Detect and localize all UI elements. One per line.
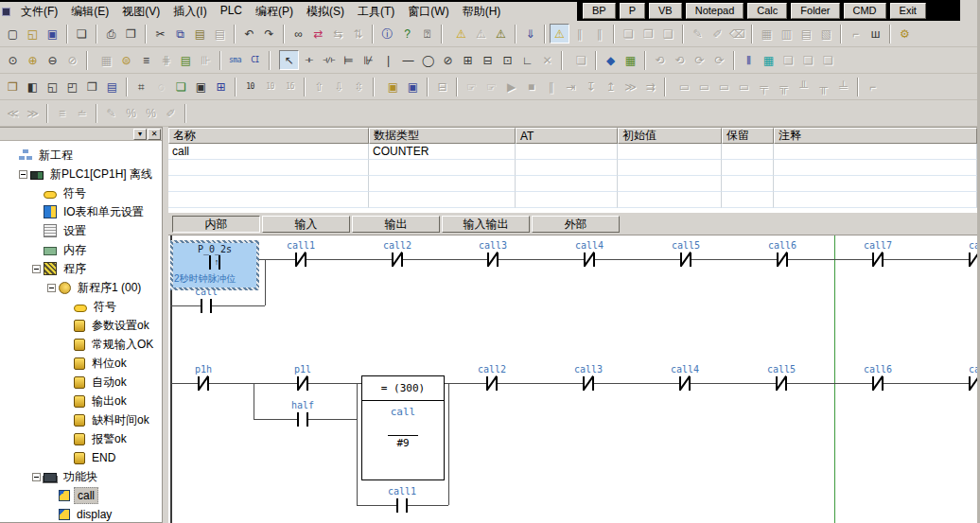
contact-call6[interactable]: call6 xyxy=(849,364,906,391)
tree-item-call[interactable]: call xyxy=(0,486,162,505)
launcher-button-p[interactable]: P xyxy=(620,3,645,19)
menu-编程(P)[interactable]: 编程(P) xyxy=(249,4,300,20)
transfer-to-plc-icon[interactable]: ⇓ xyxy=(520,24,540,44)
menu-模拟(S)[interactable]: 模拟(S) xyxy=(300,4,351,20)
show-mnemonic-icon[interactable]: ⫴ xyxy=(739,50,759,70)
launcher-button-bp[interactable]: BP xyxy=(583,3,616,19)
menu-窗口(W)[interactable]: 窗口(W) xyxy=(401,4,455,20)
new-horizontal-icon[interactable]: — xyxy=(398,50,418,70)
contact-half[interactable]: half xyxy=(274,400,331,427)
about-icon[interactable]: ⓘ xyxy=(377,24,397,44)
tree-item-END[interactable]: END xyxy=(0,448,162,467)
properties-icon[interactable]: ▤ xyxy=(102,77,122,96)
collapse-icon[interactable] xyxy=(19,170,27,179)
new-contact-icon[interactable]: ⊣⊢ xyxy=(299,50,319,70)
rung-comment-icon[interactable]: ⊜ xyxy=(116,50,136,70)
contact-call3[interactable]: call3 xyxy=(560,364,617,391)
output-window-icon[interactable]: ▣ xyxy=(191,77,211,96)
ladder-diagram[interactable]: P_0_2s ↑ 2秒时钟脉冲位 = (300) call #9 xyxy=(168,235,977,523)
contact-p1h[interactable]: p1h xyxy=(175,364,232,391)
contact-p1l[interactable]: p1l xyxy=(274,364,331,391)
launcher-button-notepad[interactable]: Notepad xyxy=(686,3,744,19)
zoom-tool-icon[interactable]: ⊙ xyxy=(3,50,23,70)
work-online-simulator-icon[interactable]: ⚠ xyxy=(550,24,569,44)
menu-PLC[interactable]: PLC xyxy=(214,4,249,20)
menu-文件(F)[interactable]: 文件(F) xyxy=(14,4,64,20)
symbol-cell-empty[interactable] xyxy=(369,192,516,208)
line-connect-icon[interactable]: ∟ xyxy=(517,50,537,70)
transfer-sfc-icon[interactable]: ▣ xyxy=(403,77,423,96)
new-coil-icon[interactable]: ◯ xyxy=(418,50,438,70)
close-icon[interactable]: ✕ xyxy=(148,129,161,140)
tab-输入[interactable]: 输入 xyxy=(262,216,350,233)
symbol-cell-name[interactable]: call xyxy=(168,144,369,160)
new-instruction2-icon[interactable]: ⊟ xyxy=(478,50,498,70)
collapse-icon[interactable] xyxy=(32,473,41,481)
launcher-button-cmd[interactable]: CMD xyxy=(844,3,886,19)
contact-call1[interactable]: call1 xyxy=(272,240,329,267)
symbol-cell-empty[interactable] xyxy=(618,160,722,176)
tree-item-符号[interactable]: 符号 xyxy=(0,297,162,316)
new-or-closed-contact-icon[interactable]: ⊮ xyxy=(359,50,378,70)
tree-item-自动ok[interactable]: 自动ok xyxy=(0,373,162,392)
contact-call[interactable]: call xyxy=(178,287,235,313)
symbol-cell-empty[interactable] xyxy=(516,176,618,192)
online-edit-icon[interactable]: ⚙ xyxy=(895,24,915,44)
undo-icon[interactable]: ↶ xyxy=(239,24,259,44)
zoom-out-icon[interactable]: ⊖ xyxy=(43,50,62,70)
launcher-button-exit[interactable]: Exit xyxy=(890,3,926,19)
cross-reference-icon[interactable]: ⌗ xyxy=(131,77,151,96)
contact-call7[interactable]: call7 xyxy=(849,240,906,267)
select-mode-icon[interactable]: ↖ xyxy=(279,50,299,70)
new-project-icon[interactable]: ▢ xyxy=(3,24,23,44)
compile-program-icon[interactable]: ⚠ xyxy=(451,24,471,44)
symbol-cell-comment[interactable] xyxy=(774,144,977,160)
tree-item-display[interactable]: display xyxy=(0,505,162,522)
launcher-button-vb[interactable]: VB xyxy=(649,3,682,19)
help-icon[interactable]: ? xyxy=(397,24,417,44)
comment-view-icon[interactable]: ❏ xyxy=(171,77,191,96)
contact-call4[interactable]: call4 xyxy=(656,364,713,391)
symbol-cell-empty[interactable] xyxy=(722,176,774,192)
contact-ca[interactable]: ca xyxy=(946,364,977,391)
smart-input-icon[interactable]: sma xyxy=(225,50,245,70)
symbol-cell-at[interactable] xyxy=(516,144,618,160)
symbol-cell-empty[interactable] xyxy=(774,160,977,176)
tree-item-IO表和单元设置[interactable]: IO表和单元设置 xyxy=(0,202,162,221)
contact-call5[interactable]: call5 xyxy=(657,240,714,267)
symbol-cell-empty[interactable] xyxy=(774,176,977,192)
menu-工具(T)[interactable]: 工具(T) xyxy=(351,4,401,20)
context-help-icon[interactable]: ⍰ xyxy=(417,24,437,44)
symbol-cell-retain[interactable] xyxy=(722,144,774,160)
io-comment-icon[interactable]: ▦ xyxy=(621,50,640,70)
contact-call6[interactable]: call6 xyxy=(754,240,811,267)
symbol-cell-initial_value[interactable] xyxy=(618,144,722,160)
tree-item-程序[interactable]: 程序 xyxy=(0,259,162,278)
save-project-icon[interactable]: ▣ xyxy=(43,24,62,44)
contact-call5[interactable]: call5 xyxy=(753,364,810,391)
decimal-icon[interactable]: 10 xyxy=(240,77,260,96)
tab-内部[interactable]: 内部 xyxy=(172,216,260,233)
collapse-icon[interactable] xyxy=(32,265,41,273)
ladder-style-icon[interactable]: ▤ xyxy=(176,50,196,70)
show-workspace-icon[interactable]: ◧ xyxy=(23,77,43,96)
symbol-cell-empty[interactable] xyxy=(618,192,722,208)
menu-视图(V)[interactable]: 视图(V) xyxy=(115,4,166,20)
print-preview-icon[interactable]: ❐ xyxy=(121,24,141,44)
menu-插入(I)[interactable]: 插入(I) xyxy=(166,4,213,20)
print-icon[interactable]: ⎙ xyxy=(101,24,121,44)
copy-icon[interactable]: ⧉ xyxy=(170,24,190,44)
watch-monitor-icon[interactable]: ▦ xyxy=(759,50,779,70)
new-closed-coil-icon[interactable]: ⊘ xyxy=(438,50,458,70)
find-icon[interactable]: ∞ xyxy=(289,24,308,44)
menu-编辑(E)[interactable]: 编辑(E) xyxy=(64,4,115,20)
new-vertical-icon[interactable]: | xyxy=(378,50,398,70)
symbol-cell-empty[interactable] xyxy=(774,192,977,208)
compare-block[interactable]: = (300) call #9 xyxy=(361,375,445,480)
find-in-files-icon[interactable]: ❏ xyxy=(72,24,92,44)
symbol-cell-empty[interactable] xyxy=(168,192,369,208)
show-watch-icon[interactable]: ◰ xyxy=(62,77,82,96)
collapse-icon[interactable] xyxy=(47,284,56,292)
watch-window-icon[interactable]: ш xyxy=(866,24,885,44)
show-output-icon[interactable]: ◱ xyxy=(43,77,62,96)
